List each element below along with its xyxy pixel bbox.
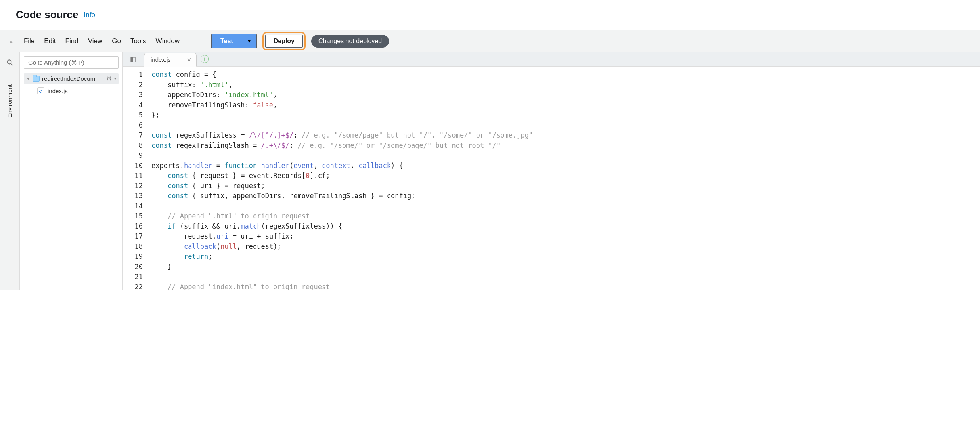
test-dropdown-button[interactable]: ▼: [242, 34, 256, 48]
file-name: index.js: [48, 88, 68, 94]
project-name: redirectIndexDocum: [42, 75, 104, 82]
svg-point-0: [7, 60, 11, 64]
toolbar: ▲ FileEditFindViewGoToolsWindow Test ▼ D…: [0, 30, 980, 52]
folder-icon: [33, 76, 40, 82]
explorer: ▼ redirectIndexDocum ⚙ ▾ ◇index.js: [20, 52, 123, 290]
settings-caret-icon[interactable]: ▾: [114, 76, 116, 81]
menu-item-go[interactable]: Go: [112, 37, 121, 45]
menu-item-edit[interactable]: Edit: [44, 37, 56, 45]
menu-item-view[interactable]: View: [88, 37, 103, 45]
gutter: 123456789101112131415161718192021222324: [123, 67, 147, 290]
caret-down-icon: ▼: [26, 76, 30, 81]
code-content[interactable]: const config = { suffix: '.html', append…: [147, 67, 436, 290]
side-rail-tab-environment[interactable]: Environment: [6, 84, 13, 118]
deploy-status-badge: Changes not deployed: [311, 35, 389, 48]
deploy-highlight: Deploy: [262, 32, 306, 50]
deploy-button[interactable]: Deploy: [265, 35, 303, 48]
menu-item-find[interactable]: Find: [65, 37, 78, 45]
side-rail: Environment: [0, 52, 20, 290]
test-button[interactable]: Test: [212, 34, 242, 48]
tab-label: index.js: [151, 56, 171, 63]
add-tab-button[interactable]: +: [201, 55, 209, 63]
ide: Environment ▼ redirectIndexDocum ⚙ ▾ ◇in…: [0, 52, 980, 290]
editor-pane: ◧ index.js ✕ + 1234567891011121314151617…: [123, 52, 980, 290]
action-buttons: Test ▼ Deploy Changes not deployed: [211, 32, 389, 50]
file-item[interactable]: ◇index.js: [20, 85, 122, 97]
code-area[interactable]: 123456789101112131415161718192021222324 …: [123, 67, 980, 290]
project-root-row[interactable]: ▼ redirectIndexDocum ⚙ ▾: [24, 73, 119, 84]
panel-header: Code source Info: [0, 0, 980, 30]
close-icon[interactable]: ✕: [187, 57, 191, 63]
menu-item-window[interactable]: Window: [156, 37, 180, 45]
js-file-icon: ◇: [37, 87, 44, 94]
gear-icon[interactable]: ⚙: [106, 75, 112, 82]
page-title: Code source: [16, 9, 78, 21]
svg-line-1: [11, 63, 13, 65]
tab-indexjs[interactable]: index.js ✕: [144, 53, 197, 67]
menu-item-file[interactable]: File: [24, 37, 34, 45]
test-button-group: Test ▼: [211, 34, 257, 48]
tab-scroll-icon[interactable]: ◧: [126, 55, 140, 66]
info-link[interactable]: Info: [84, 11, 95, 19]
collapse-panel-icon[interactable]: ▲: [6, 38, 16, 44]
tab-strip: ◧ index.js ✕ +: [123, 52, 980, 67]
goto-anything-input[interactable]: [24, 56, 119, 69]
search-icon[interactable]: [6, 59, 14, 69]
menu-item-tools[interactable]: Tools: [130, 37, 146, 45]
menu-bar: FileEditFindViewGoToolsWindow: [24, 37, 180, 45]
